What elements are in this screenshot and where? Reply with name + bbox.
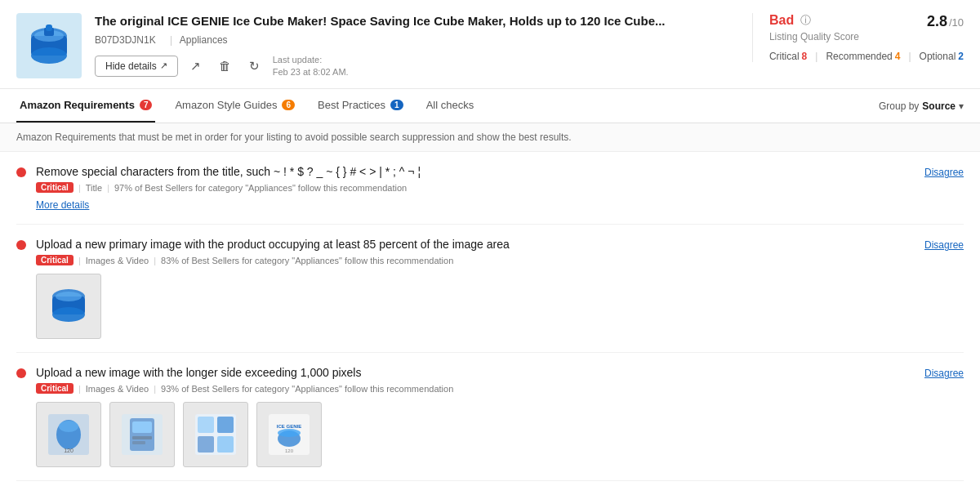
listing-quality-label: Listing Quality Score bbox=[769, 31, 859, 42]
check-title: Remove special characters from the title… bbox=[36, 165, 924, 178]
product-info: The original ICE GENIE Ice Cube Maker! S… bbox=[82, 13, 752, 78]
disagree-button[interactable]: Disagree bbox=[924, 366, 964, 379]
refresh-button[interactable]: ↻ bbox=[243, 55, 266, 78]
svg-rect-22 bbox=[198, 436, 214, 453]
check-images: 120 bbox=[36, 402, 964, 467]
delete-button[interactable]: 🗑 bbox=[214, 55, 237, 78]
svg-text:120: 120 bbox=[285, 448, 294, 453]
svg-rect-17 bbox=[132, 436, 152, 439]
svg-point-8 bbox=[52, 307, 85, 322]
critical-badge: Critical bbox=[36, 182, 74, 193]
tab-amazon-requirements[interactable]: Amazon Requirements 7 bbox=[16, 89, 155, 123]
svg-rect-23 bbox=[217, 436, 234, 453]
check-dot-critical bbox=[16, 167, 26, 177]
disagree-button[interactable]: Disagree bbox=[924, 238, 964, 251]
check-meta: Critical | Images & Video | 83% of Best … bbox=[36, 255, 964, 265]
svg-point-12 bbox=[59, 421, 78, 432]
check-meta: Critical | Title | 97% of Best Sellers f… bbox=[36, 182, 964, 193]
disagree-button[interactable]: Disagree bbox=[924, 165, 964, 178]
bad-label: Bad bbox=[769, 13, 794, 28]
recommended-score: Recommended 4 bbox=[826, 51, 900, 62]
score-details: Critical 8 | Recommended 4 | Optional 2 bbox=[769, 51, 964, 62]
checks-list: Remove special characters from the title… bbox=[0, 152, 980, 481]
svg-rect-5 bbox=[46, 25, 52, 31]
check-item: Remove special characters from the title… bbox=[16, 152, 964, 225]
info-icon[interactable]: ⓘ bbox=[800, 13, 811, 28]
check-dot-critical bbox=[16, 368, 26, 378]
score-number: 2.8 bbox=[927, 13, 947, 30]
asin: B07D3DJN1K bbox=[95, 34, 156, 46]
product-image bbox=[16, 13, 82, 78]
critical-badge: Critical bbox=[36, 383, 74, 394]
tab-description: Amazon Requirements that must be met in … bbox=[0, 123, 980, 152]
svg-point-9 bbox=[56, 292, 82, 301]
check-field: Images & Video bbox=[86, 256, 149, 265]
product-thumbnail bbox=[36, 274, 101, 339]
svg-rect-16 bbox=[132, 421, 152, 433]
svg-point-27 bbox=[278, 429, 301, 437]
product-thumbnail bbox=[109, 402, 175, 467]
external-link-button[interactable]: ↗ bbox=[185, 55, 207, 78]
check-dot-critical bbox=[16, 240, 26, 250]
score-section: Bad ⓘ Listing Quality Score 2.8 /10 Crit… bbox=[752, 13, 964, 62]
product-header: The original ICE GENIE Ice Cube Maker! S… bbox=[0, 0, 980, 89]
product-thumbnail bbox=[183, 402, 248, 467]
product-title: The original ICE GENIE Ice Cube Maker! S… bbox=[95, 13, 739, 29]
score-display: 2.8 /10 bbox=[927, 13, 964, 30]
check-stat: 93% of Best Sellers for category "Applia… bbox=[161, 384, 453, 394]
check-title: Upload a new image with the longer side … bbox=[36, 366, 924, 379]
svg-text:120: 120 bbox=[64, 448, 74, 453]
svg-rect-21 bbox=[217, 417, 234, 433]
svg-text:ICE GENIE: ICE GENIE bbox=[277, 424, 301, 429]
category: Appliances bbox=[180, 34, 228, 46]
external-link-icon: ↗ bbox=[160, 60, 167, 71]
product-thumbnail: ICE GENIE 120 bbox=[256, 402, 322, 467]
chevron-down-icon: ▾ bbox=[959, 100, 964, 112]
check-meta: Critical | Images & Video | 93% of Best … bbox=[36, 383, 964, 394]
check-field: Title bbox=[86, 183, 102, 193]
check-stat: 83% of Best Sellers for category "Applia… bbox=[161, 256, 453, 265]
hide-details-button[interactable]: Hide details ↗ bbox=[95, 56, 178, 77]
score-top: Bad ⓘ bbox=[769, 13, 859, 28]
check-images bbox=[36, 274, 964, 339]
check-field: Images & Video bbox=[86, 384, 149, 394]
product-thumbnail: 120 bbox=[36, 402, 101, 467]
tab-all-checks[interactable]: All checks bbox=[423, 89, 478, 123]
critical-score: Critical 8 bbox=[769, 51, 807, 62]
product-meta: B07D3DJN1K | Appliances bbox=[95, 34, 739, 46]
more-details-link[interactable]: More details bbox=[36, 199, 89, 211]
check-stat: 97% of Best Sellers for category "Applia… bbox=[114, 183, 407, 193]
tab-style-guides[interactable]: Amazon Style Guides 6 bbox=[172, 89, 298, 123]
check-item: Upload a new image with the longer side … bbox=[16, 353, 964, 481]
optional-score: Optional 2 bbox=[920, 51, 964, 62]
last-update: Last update: Feb 23 at 8:02 AM. bbox=[273, 54, 349, 79]
svg-point-2 bbox=[31, 47, 67, 64]
check-title: Upload a new primary image with the prod… bbox=[36, 238, 924, 251]
actions-bar: Hide details ↗ ↗ 🗑 ↻ Last update: Feb 23… bbox=[95, 54, 739, 79]
svg-rect-20 bbox=[198, 417, 214, 433]
group-by-selector[interactable]: Group by Source ▾ bbox=[879, 100, 964, 112]
critical-badge: Critical bbox=[36, 255, 74, 265]
tabs-bar: Amazon Requirements 7 Amazon Style Guide… bbox=[0, 89, 980, 123]
score-denom: /10 bbox=[949, 16, 964, 29]
check-item: Upload a new primary image with the prod… bbox=[16, 225, 964, 353]
svg-rect-18 bbox=[132, 441, 145, 444]
tab-best-practices[interactable]: Best Practices 1 bbox=[314, 89, 407, 123]
